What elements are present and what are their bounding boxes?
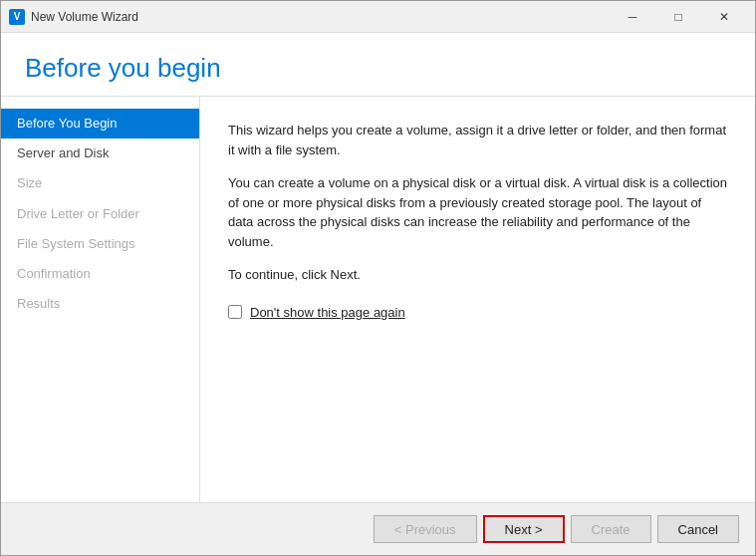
nav-item-confirmation: Confirmation: [1, 259, 199, 289]
nav-item-before-you-begin[interactable]: Before You Begin: [1, 109, 199, 139]
nav-item-drive-letter-or-folder: Drive Letter or Folder: [1, 199, 199, 229]
create-button[interactable]: Create: [571, 515, 651, 543]
wizard-main: This wizard helps you create a volume, a…: [200, 97, 755, 502]
dont-show-checkbox[interactable]: [228, 305, 242, 319]
nav-item-size: Size: [1, 168, 199, 198]
nav-item-file-system-settings: File System Settings: [1, 229, 199, 259]
cancel-button[interactable]: Cancel: [657, 515, 739, 543]
app-icon: V: [9, 9, 25, 25]
next-button[interactable]: Next >: [483, 515, 565, 543]
content-paragraph: This wizard helps you create a volume, a…: [228, 121, 727, 159]
close-button[interactable]: ✕: [701, 1, 747, 33]
maximize-button[interactable]: □: [655, 1, 701, 33]
wizard-footer: < Previous Next > Create Cancel: [1, 502, 755, 555]
wizard-header: Before you begin: [1, 33, 755, 96]
window-controls: ─ □ ✕: [610, 1, 747, 33]
title-bar: V New Volume Wizard ─ □ ✕: [1, 1, 755, 33]
content-paragraph: To continue, click Next.: [228, 265, 727, 285]
dont-show-label[interactable]: Don't show this page again: [250, 305, 405, 320]
nav-item-server-and-disk[interactable]: Server and Disk: [1, 139, 199, 168]
content-paragraph: You can create a volume on a physical di…: [228, 173, 727, 251]
previous-button[interactable]: < Previous: [374, 515, 477, 543]
wizard-nav: Before You BeginServer and DiskSizeDrive…: [1, 97, 200, 502]
page-title: Before you begin: [25, 53, 731, 84]
dont-show-row: Don't show this page again: [228, 305, 727, 336]
minimize-button[interactable]: ─: [610, 1, 655, 33]
wizard-body: Before you begin Before You BeginServer …: [1, 33, 755, 555]
nav-item-results: Results: [1, 289, 199, 319]
wizard-window: V New Volume Wizard ─ □ ✕ Before you beg…: [0, 0, 756, 556]
wizard-content: Before You BeginServer and DiskSizeDrive…: [1, 96, 755, 502]
window-title: New Volume Wizard: [31, 10, 610, 24]
